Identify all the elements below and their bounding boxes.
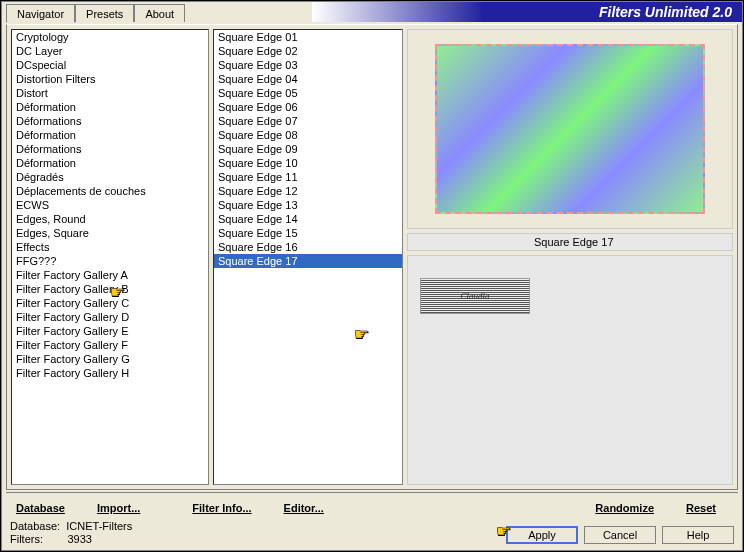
- filter-item[interactable]: Square Edge 01: [214, 30, 402, 44]
- filter-item[interactable]: Square Edge 09: [214, 142, 402, 156]
- filter-item[interactable]: Square Edge 16: [214, 240, 402, 254]
- category-item[interactable]: Déformations: [12, 114, 208, 128]
- category-item[interactable]: Filter Factory Gallery G: [12, 352, 208, 366]
- filter-item[interactable]: Square Edge 03: [214, 58, 402, 72]
- category-item[interactable]: Filter Factory Gallery E: [12, 324, 208, 338]
- filter-item[interactable]: Square Edge 07: [214, 114, 402, 128]
- filterinfo-link[interactable]: Filter Info...: [182, 498, 261, 518]
- category-item[interactable]: DC Layer: [12, 44, 208, 58]
- category-item[interactable]: Filter Factory Gallery F: [12, 338, 208, 352]
- database-link[interactable]: Database: [6, 498, 75, 518]
- category-item[interactable]: Edges, Square: [12, 226, 208, 240]
- app-title: Filters Unlimited 2.0: [599, 4, 732, 20]
- tab-about[interactable]: About: [134, 4, 185, 22]
- filter-item[interactable]: Square Edge 08: [214, 128, 402, 142]
- category-item[interactable]: Distort: [12, 86, 208, 100]
- filter-item[interactable]: Square Edge 13: [214, 198, 402, 212]
- link-button-row: Database Import... Filter Info... Editor…: [6, 492, 738, 518]
- pointer-icon: [354, 327, 378, 345]
- category-item[interactable]: Cryptology: [12, 30, 208, 44]
- category-item[interactable]: Déformation: [12, 128, 208, 142]
- status-bar: Database: ICNET-Filters Filters: 3933: [10, 520, 132, 546]
- db-value: ICNET-Filters: [66, 520, 132, 532]
- category-item[interactable]: ECWS: [12, 198, 208, 212]
- category-item[interactable]: Déformation: [12, 156, 208, 170]
- pointer-icon: [110, 285, 134, 303]
- selected-filter-name: Square Edge 17: [534, 236, 614, 248]
- category-item[interactable]: FFG???: [12, 254, 208, 268]
- tab-presets[interactable]: Presets: [75, 4, 134, 22]
- filter-item[interactable]: Square Edge 04: [214, 72, 402, 86]
- filter-item[interactable]: Square Edge 11: [214, 170, 402, 184]
- category-item[interactable]: Filter Factory Gallery D: [12, 310, 208, 324]
- reset-link[interactable]: Reset: [676, 498, 726, 518]
- preview-area: Square Edge 17: [407, 29, 733, 485]
- category-list[interactable]: CryptologyDC LayerDCspecialDistortion Fi…: [11, 29, 209, 485]
- filter-item[interactable]: Square Edge 12: [214, 184, 402, 198]
- category-item[interactable]: Filter Factory Gallery H: [12, 366, 208, 380]
- bottom-buttons: Apply Cancel Help: [506, 526, 734, 544]
- tab-strip: Navigator Presets About: [6, 4, 185, 22]
- category-item[interactable]: Effects: [12, 240, 208, 254]
- filter-item[interactable]: Square Edge 15: [214, 226, 402, 240]
- tab-navigator[interactable]: Navigator: [6, 4, 75, 23]
- randomize-link[interactable]: Randomize: [585, 498, 664, 518]
- app-frame: Navigator Presets About Filters Unlimite…: [1, 1, 743, 551]
- filter-item[interactable]: Square Edge 10: [214, 156, 402, 170]
- category-item[interactable]: Déformation: [12, 100, 208, 114]
- category-item[interactable]: Déformations: [12, 142, 208, 156]
- editor-link[interactable]: Editor...: [274, 498, 334, 518]
- filter-name-row: Square Edge 17: [407, 233, 733, 251]
- filters-label: Filters:: [10, 533, 43, 545]
- import-link[interactable]: Import...: [87, 498, 150, 518]
- category-item[interactable]: DCspecial: [12, 58, 208, 72]
- category-item[interactable]: Edges, Round: [12, 212, 208, 226]
- header: Navigator Presets About Filters Unlimite…: [2, 2, 742, 24]
- filters-value: 3933: [67, 533, 91, 545]
- filter-item[interactable]: Square Edge 02: [214, 44, 402, 58]
- category-item[interactable]: Filter Factory Gallery A: [12, 268, 208, 282]
- main-panel: CryptologyDC LayerDCspecialDistortion Fi…: [6, 24, 738, 490]
- help-button[interactable]: Help: [662, 526, 734, 544]
- filter-item[interactable]: Square Edge 14: [214, 212, 402, 226]
- title-bar: Filters Unlimited 2.0: [312, 2, 742, 22]
- category-item[interactable]: Déplacements de couches: [12, 184, 208, 198]
- category-item[interactable]: Distortion Filters: [12, 72, 208, 86]
- category-item[interactable]: Dégradés: [12, 170, 208, 184]
- preview-panel: [407, 29, 733, 229]
- pointer-icon: [496, 524, 520, 542]
- filter-list[interactable]: Square Edge 01Square Edge 02Square Edge …: [213, 29, 403, 485]
- filter-item[interactable]: Square Edge 06: [214, 100, 402, 114]
- filter-item[interactable]: Square Edge 05: [214, 86, 402, 100]
- cancel-button[interactable]: Cancel: [584, 526, 656, 544]
- filter-item[interactable]: Square Edge 17: [214, 254, 402, 268]
- watermark-badge: Claudia: [420, 278, 530, 314]
- db-label: Database:: [10, 520, 60, 532]
- preview-image: [435, 44, 705, 214]
